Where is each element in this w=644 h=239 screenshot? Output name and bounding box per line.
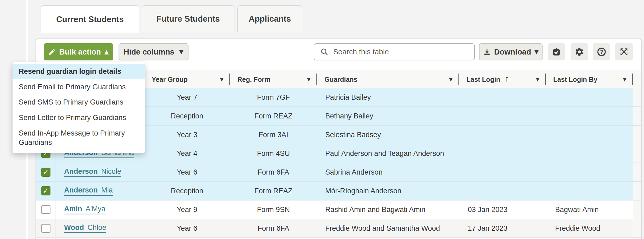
guardians-cell: Paul Anderson and Teagan Anderson: [317, 144, 459, 163]
student-name-link[interactable]: AndersonNicole: [64, 167, 121, 177]
hide-columns-label: Hide columns: [124, 48, 174, 56]
filter-caret-icon[interactable]: ▼: [536, 77, 539, 82]
student-name-cell: WoodChloe: [56, 219, 144, 237]
last-login-cell: [459, 182, 546, 200]
pencil-icon: [48, 48, 56, 56]
student-name-link[interactable]: WoodChloe: [64, 223, 106, 233]
guardians-cell: Mór-Ríoghain Anderson: [317, 182, 459, 200]
student-forename: Chloe: [87, 223, 106, 232]
help-button[interactable]: ?: [593, 43, 610, 60]
reg-form-cell: Form REAZ: [230, 107, 317, 125]
expand-fullscreen-button[interactable]: [615, 43, 633, 60]
table-row: [36, 238, 641, 239]
row-filler-cell: [633, 107, 641, 125]
student-forename: Nicole: [101, 167, 121, 175]
last-login-cell: [459, 126, 546, 144]
header-filler-cell: [633, 71, 641, 88]
last-login-by-cell: [546, 88, 633, 106]
last-login-cell: [459, 163, 546, 181]
year-group-cell: Year 9: [144, 201, 230, 219]
bulk-action-button[interactable]: Bulk action ▲: [44, 43, 113, 60]
row-checkbox[interactable]: [41, 205, 50, 214]
filter-caret-icon[interactable]: ▼: [307, 77, 311, 82]
last-login-cell: 03 Jan 2023: [459, 201, 546, 219]
row-filler-cell: [633, 182, 641, 200]
hide-columns-button[interactable]: Hide columns ▼: [119, 43, 189, 60]
tab-applicants[interactable]: Applicants: [237, 5, 302, 32]
student-name-cell: AndersonMia: [56, 182, 144, 200]
row-filler-cell: [633, 201, 641, 219]
guardians-cell: Freddie Wood and Samantha Wood: [317, 219, 459, 237]
menu-item-send-email[interactable]: Send Email to Primary Guardians: [13, 79, 145, 95]
download-button[interactable]: Download ▼: [479, 43, 543, 60]
reg-form-cell: Form 6FA: [230, 219, 317, 237]
reg-form-cell: Form 4SU: [230, 144, 317, 163]
last-login-by-cell: [546, 163, 633, 181]
caret-up-icon: ▲: [104, 49, 109, 55]
header-last-login-by-label: Last Login By: [553, 76, 597, 83]
student-name-link[interactable]: AminA'Mya: [64, 205, 105, 214]
student-surname: Anderson: [64, 186, 98, 194]
reg-form-cell: Form 3AI: [230, 126, 317, 144]
student-name-link[interactable]: AndersonMia: [64, 186, 113, 195]
table-row: AndersonMia Reception Form REAZ Mór-Ríog…: [36, 182, 641, 201]
row-checkbox-cell: [36, 163, 56, 181]
tab-applicants-label: Applicants: [249, 14, 291, 24]
guardians-cell: Bethany Bailey: [317, 107, 459, 125]
year-group-cell: Year 7: [144, 88, 230, 106]
tab-current-students-label: Current Students: [56, 15, 124, 24]
header-guardians[interactable]: Guardians ▼: [317, 71, 459, 88]
student-name-cell: [56, 238, 144, 239]
page: { "colors": { "accent_green": "#76a33e",…: [0, 0, 644, 239]
expand-fullscreen-icon: [619, 47, 629, 57]
year-group-cell: Year 4: [144, 144, 230, 163]
last-login-cell: [459, 107, 546, 125]
menu-item-resend-guardian-login[interactable]: Resend guardian login details: [13, 64, 145, 79]
last-login-cell: [459, 88, 546, 106]
search-input[interactable]: [333, 48, 472, 56]
last-login-cell: [459, 144, 546, 163]
menu-item-send-inapp-message[interactable]: Send In-App Message to Primary Guardians: [13, 126, 145, 151]
guardians-cell: Patricia Bailey: [317, 88, 459, 106]
row-checkbox[interactable]: [41, 186, 50, 195]
student-surname: Amin: [64, 205, 82, 213]
menu-item-send-letter[interactable]: Send Letter to Primary Guardians: [13, 110, 145, 126]
table-row: AndersonNicole Year 6 Form 6FA Sabrina A…: [36, 163, 641, 182]
student-name-cell: AndersonNicole: [56, 163, 144, 181]
row-filler-cell: [633, 144, 641, 163]
filter-caret-icon[interactable]: ▼: [449, 77, 453, 82]
row-filler-cell: [633, 238, 641, 239]
student-surname: Wood: [64, 223, 84, 232]
menu-item-send-sms[interactable]: Send SMS to Primary Guardians: [13, 95, 145, 110]
svg-text:?: ?: [600, 49, 603, 55]
header-last-login[interactable]: Last Login ↑ ▼: [459, 71, 546, 88]
filter-caret-icon[interactable]: ▼: [220, 77, 223, 82]
row-checkbox[interactable]: [41, 168, 50, 177]
header-last-login-by[interactable]: Last Login By ▼: [546, 71, 633, 88]
header-year-group[interactable]: Year Group ▼: [144, 71, 230, 88]
reg-form-cell: Form 7GF: [230, 88, 317, 106]
row-checkbox[interactable]: [41, 224, 50, 233]
year-group-cell: [144, 238, 230, 239]
header-reg-form[interactable]: Reg. Form ▼: [230, 71, 317, 88]
student-forename: A'Mya: [86, 205, 105, 213]
row-filler-cell: [633, 88, 641, 106]
caret-down-icon: ▼: [179, 49, 183, 55]
tab-future-students[interactable]: Future Students: [142, 5, 234, 32]
filter-caret-icon[interactable]: ▼: [623, 77, 626, 82]
tab-current-students[interactable]: Current Students: [41, 5, 139, 33]
select-rows-icon: [552, 47, 561, 57]
settings-button[interactable]: [571, 43, 588, 60]
row-filler-cell: [633, 219, 641, 237]
student-forename: Mia: [101, 186, 113, 194]
reg-form-cell: Form REAZ: [230, 182, 317, 200]
bulk-action-menu: Resend guardian login details Send Email…: [13, 62, 145, 153]
guardians-cell: Selestina Badsey: [317, 126, 459, 144]
header-year-group-label: Year Group: [152, 76, 188, 83]
select-rows-button[interactable]: [548, 43, 565, 60]
guardians-cell: [317, 238, 459, 239]
year-group-cell: Year 6: [144, 163, 230, 181]
last-login-by-cell: Freddie Wood: [546, 219, 633, 237]
guardians-cell: Sabrina Anderson: [317, 163, 459, 181]
last-login-by-cell: Bagwati Amin: [546, 201, 633, 219]
